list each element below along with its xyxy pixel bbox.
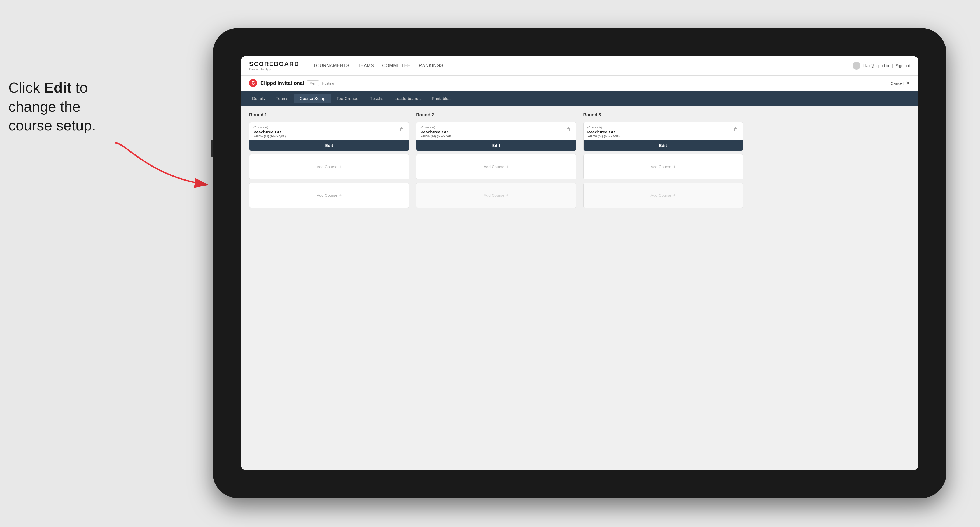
tablet-screen: SCOREBOARD Powered by clippd TOURNAMENTS…: [241, 56, 918, 470]
round-2-course-name: Peachtree GC: [420, 130, 565, 134]
nav-pipe: |: [892, 63, 893, 68]
round-3-course-card: (Course A) Peachtree GC Yellow (M) (6629…: [583, 122, 743, 151]
round-2-course-info: (Course A) Peachtree GC Yellow (M) (6629…: [420, 125, 565, 138]
round-4-column-empty: [750, 113, 910, 208]
sign-out-link[interactable]: Sign out: [896, 63, 910, 68]
plus-icon-6: +: [673, 193, 675, 198]
tab-teams[interactable]: Teams: [270, 94, 294, 103]
round-3-course-header: (Course A) Peachtree GC Yellow (M) (6629…: [584, 122, 743, 141]
round-2-edit-button[interactable]: Edit: [416, 141, 576, 151]
tournament-title: Clippd Invitational: [260, 80, 304, 86]
round-3-course-info: (Course A) Peachtree GC Yellow (M) (6629…: [587, 125, 732, 138]
sub-header: C Clippd Invitational Men Hosting Cancel…: [241, 76, 918, 91]
round-3-add-course-2: Add Course +: [583, 183, 743, 208]
round-1-delete-icon[interactable]: 🗑: [398, 125, 405, 133]
round-1-add-course-1[interactable]: Add Course +: [249, 154, 409, 179]
round-1-add-course-2[interactable]: Add Course +: [249, 183, 409, 208]
tabs-bar: Details Teams Course Setup Tee Groups Re…: [241, 91, 918, 105]
main-content: Round 1 (Course A) Peachtree GC Yellow (…: [241, 105, 918, 470]
plus-icon-4: +: [506, 193, 509, 198]
round-2-delete-icon[interactable]: 🗑: [565, 125, 572, 133]
nav-links: TOURNAMENTS TEAMS COMMITTEE RANKINGS: [313, 62, 853, 70]
plus-icon: +: [339, 164, 342, 169]
round-1-course-info: (Course A) Peachtree GC Yellow (M) (6629…: [253, 125, 398, 138]
round-1-course-card: (Course A) Peachtree GC Yellow (M) (6629…: [249, 122, 409, 151]
round-2-course-header: (Course A) Peachtree GC Yellow (M) (6629…: [416, 122, 576, 141]
user-email: blair@clippd.io: [863, 63, 889, 68]
round-2-title: Round 2: [416, 113, 576, 117]
instruction-text: Click Edit tochange thecourse setup.: [8, 78, 157, 135]
close-button[interactable]: ✕: [906, 80, 910, 86]
tournament-logo: C: [249, 79, 257, 87]
round-3-title: Round 3: [583, 113, 743, 117]
rounds-grid: Round 1 (Course A) Peachtree GC Yellow (…: [249, 113, 910, 208]
tablet-frame: SCOREBOARD Powered by clippd TOURNAMENTS…: [213, 28, 947, 498]
cancel-button[interactable]: Cancel: [890, 81, 904, 86]
tab-tee-groups[interactable]: Tee Groups: [331, 94, 364, 103]
round-1-course-label: (Course A): [253, 125, 398, 129]
scoreboard-logo: SCOREBOARD Powered by clippd: [249, 60, 299, 71]
tab-course-setup[interactable]: Course Setup: [294, 94, 331, 103]
nav-rankings[interactable]: RANKINGS: [419, 62, 444, 70]
round-3-course-name: Peachtree GC: [587, 130, 732, 134]
tab-printables[interactable]: Printables: [426, 94, 456, 103]
tab-details[interactable]: Details: [247, 94, 270, 103]
round-1-edit-button[interactable]: Edit: [250, 141, 409, 151]
round-3-edit-button[interactable]: Edit: [584, 141, 743, 151]
round-2-column: Round 2 (Course A) Peachtree GC Yellow (…: [416, 113, 576, 208]
gender-badge: Men: [307, 80, 319, 86]
round-2-add-course-1[interactable]: Add Course +: [416, 154, 576, 179]
plus-icon-3: +: [506, 164, 509, 169]
round-3-course-label: (Course A): [587, 125, 732, 129]
round-1-course-header: (Course A) Peachtree GC Yellow (M) (6629…: [250, 122, 409, 141]
sub-header-actions: Cancel ✕: [890, 80, 910, 86]
plus-icon-2: +: [339, 193, 342, 198]
logo-title: SCOREBOARD: [249, 60, 299, 68]
round-2-course-label: (Course A): [420, 125, 565, 129]
round-1-course-name: Peachtree GC: [253, 130, 398, 134]
round-2-course-card: (Course A) Peachtree GC Yellow (M) (6629…: [416, 122, 576, 151]
round-3-course-details: Yellow (M) (6629 yds): [587, 134, 732, 138]
round-2-course-details: Yellow (M) (6629 yds): [420, 134, 565, 138]
nav-committee[interactable]: COMMITTEE: [382, 62, 410, 70]
logo-subtitle: Powered by clippd: [249, 68, 299, 71]
tab-leaderboards[interactable]: Leaderboards: [389, 94, 426, 103]
round-3-add-course-1[interactable]: Add Course +: [583, 154, 743, 179]
plus-icon-5: +: [673, 164, 675, 169]
round-2-add-course-2: Add Course +: [416, 183, 576, 208]
round-1-course-details: Yellow (M) (6629 yds): [253, 134, 398, 138]
top-nav: SCOREBOARD Powered by clippd TOURNAMENTS…: [241, 56, 918, 76]
round-1-title: Round 1: [249, 113, 409, 117]
round-3-column: Round 3 (Course A) Peachtree GC Yellow (…: [583, 113, 743, 208]
nav-right: blair@clippd.io | Sign out: [853, 62, 910, 70]
nav-teams[interactable]: TEAMS: [358, 62, 374, 70]
user-avatar: [853, 62, 861, 70]
round-1-column: Round 1 (Course A) Peachtree GC Yellow (…: [249, 113, 409, 208]
tab-results[interactable]: Results: [364, 94, 389, 103]
hosting-badge: Hosting: [322, 81, 334, 85]
round-3-delete-icon[interactable]: 🗑: [732, 125, 739, 133]
nav-tournaments[interactable]: TOURNAMENTS: [313, 62, 350, 70]
